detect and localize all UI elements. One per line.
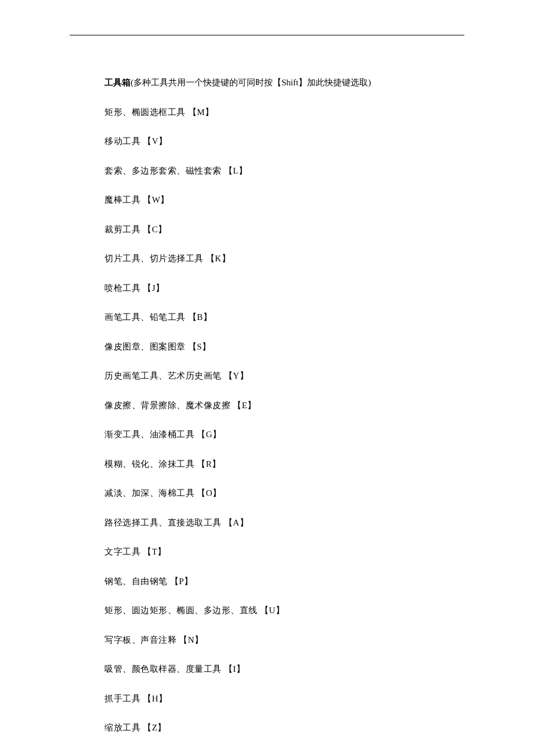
shortcut-label: 渐变工具、油漆桶工具 【G】 bbox=[104, 430, 222, 439]
shortcut-label: 钢笔、自由钢笔 【P】 bbox=[104, 577, 193, 586]
shortcut-label: 模糊、锐化、涂抹工具 【R】 bbox=[104, 459, 221, 469]
shortcut-label: 历史画笔工具、艺术历史画笔 【Y】 bbox=[104, 371, 248, 380]
shortcut-item: 抓手工具 【H】 bbox=[104, 692, 464, 705]
shortcut-item: 喷枪工具 【J】 bbox=[104, 282, 464, 295]
shortcut-label: 缩放工具 【Z】 bbox=[104, 723, 167, 732]
shortcut-label: 抓手工具 【H】 bbox=[104, 694, 168, 703]
shortcut-item: 路径选择工具、直接选取工具 【A】 bbox=[104, 516, 464, 530]
shortcut-item: 矩形、圆边矩形、椭圆、多边形、直线 【U】 bbox=[104, 604, 464, 617]
shortcut-item: 像皮擦、背景擦除、魔术像皮擦 【E】 bbox=[104, 399, 464, 412]
shortcut-label: 文字工具 【T】 bbox=[104, 547, 167, 556]
shortcut-item: 渐变工具、油漆桶工具 【G】 bbox=[104, 428, 464, 441]
shortcut-label: 像皮图章、图案图章 【S】 bbox=[104, 342, 211, 351]
shortcut-item: 魔棒工具 【W】 bbox=[104, 193, 464, 207]
shortcut-item: 切片工具、切片选择工具 【K】 bbox=[104, 252, 464, 265]
shortcut-label: 喷枪工具 【J】 bbox=[104, 283, 165, 293]
shortcut-label: 路径选择工具、直接选取工具 【A】 bbox=[104, 518, 248, 527]
shortcut-item: 矩形、椭圆选框工具 【M】 bbox=[104, 106, 464, 119]
shortcut-item: 套索、多边形套索、磁性套索 【L】 bbox=[104, 164, 464, 178]
section-heading: 工具箱(多种工具共用一个快捷键的可同时按【Shift】加此快捷键选取) bbox=[104, 76, 464, 89]
shortcut-label: 画笔工具、铅笔工具 【B】 bbox=[104, 312, 212, 322]
shortcut-item: 画笔工具、铅笔工具 【B】 bbox=[104, 311, 464, 324]
shortcut-item: 裁剪工具 【C】 bbox=[104, 223, 464, 236]
document-content: 工具箱(多种工具共用一个快捷键的可同时按【Shift】加此快捷键选取) 矩形、椭… bbox=[0, 76, 534, 735]
heading-title: 工具箱 bbox=[104, 78, 131, 87]
shortcut-label: 切片工具、切片选择工具 【K】 bbox=[104, 254, 230, 263]
heading-subtitle: (多种工具共用一个快捷键的可同时按【Shift】加此快捷键选取) bbox=[131, 78, 371, 87]
shortcut-label: 减淡、加深、海棉工具 【O】 bbox=[104, 488, 222, 498]
shortcut-item: 吸管、颜色取样器、度量工具 【I】 bbox=[104, 663, 464, 676]
top-horizontal-rule bbox=[70, 35, 464, 35]
shortcut-item: 模糊、锐化、涂抹工具 【R】 bbox=[104, 458, 464, 471]
shortcut-item: 像皮图章、图案图章 【S】 bbox=[104, 340, 464, 354]
shortcut-label: 魔棒工具 【W】 bbox=[104, 195, 169, 204]
shortcut-label: 矩形、圆边矩形、椭圆、多边形、直线 【U】 bbox=[104, 606, 284, 615]
shortcut-item: 缩放工具 【Z】 bbox=[104, 721, 464, 735]
shortcut-label: 像皮擦、背景擦除、魔术像皮擦 【E】 bbox=[104, 401, 257, 410]
shortcut-label: 移动工具 【V】 bbox=[104, 136, 168, 146]
shortcut-item: 钢笔、自由钢笔 【P】 bbox=[104, 575, 464, 588]
shortcut-label: 套索、多边形套索、磁性套索 【L】 bbox=[104, 166, 247, 175]
shortcut-item: 移动工具 【V】 bbox=[104, 135, 464, 148]
shortcut-item: 历史画笔工具、艺术历史画笔 【Y】 bbox=[104, 369, 464, 383]
shortcut-item: 写字板、声音注释 【N】 bbox=[104, 633, 464, 647]
shortcut-label: 裁剪工具 【C】 bbox=[104, 225, 167, 234]
shortcut-label: 矩形、椭圆选框工具 【M】 bbox=[104, 107, 214, 117]
shortcut-label: 写字板、声音注释 【N】 bbox=[104, 635, 204, 645]
shortcut-label: 吸管、颜色取样器、度量工具 【I】 bbox=[104, 664, 245, 674]
shortcut-item: 减淡、加深、海棉工具 【O】 bbox=[104, 487, 464, 500]
shortcut-item: 文字工具 【T】 bbox=[104, 545, 464, 559]
